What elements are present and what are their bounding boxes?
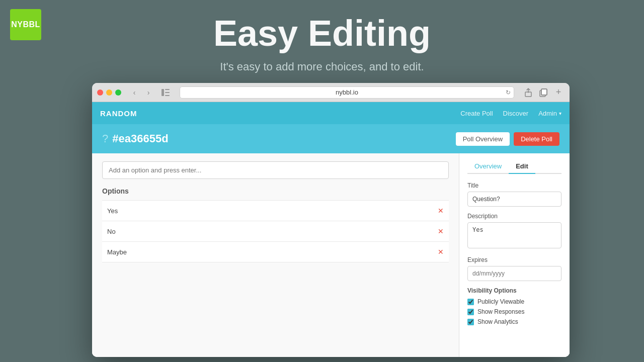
- option-item: Yes ✕: [102, 200, 449, 221]
- svg-rect-0: [162, 89, 164, 96]
- poll-header: ? #ea36655d Poll Overview Delete Poll: [92, 124, 570, 153]
- traffic-light-red[interactable]: [97, 89, 103, 96]
- forward-button[interactable]: ›: [142, 86, 154, 99]
- browser-nav: ‹ ›: [128, 86, 154, 99]
- visibility-label: Visibility Options: [467, 287, 561, 294]
- description-textarea[interactable]: Yes: [467, 222, 561, 248]
- back-button[interactable]: ‹: [128, 86, 140, 99]
- options-label: Options: [102, 187, 449, 195]
- poll-actions: Poll Overview Delete Poll: [456, 132, 559, 146]
- checkbox-show-analytics: Show Analytics: [467, 318, 561, 325]
- svg-rect-3: [165, 95, 170, 96]
- left-panel: Options Yes ✕ No ✕ Maybe ✕: [92, 153, 459, 357]
- nav-brand: RANDOM: [100, 109, 137, 118]
- checkbox-show-responses: Show Responses: [467, 308, 561, 315]
- title-input[interactable]: [467, 192, 561, 207]
- option-item: No ✕: [102, 221, 449, 242]
- option-text-yes: Yes: [107, 207, 118, 215]
- title-label: Title: [467, 182, 561, 189]
- share-icon[interactable]: [522, 86, 534, 99]
- hero-title: Easy Editing: [0, 13, 644, 54]
- svg-rect-2: [165, 92, 170, 93]
- option-delete-maybe[interactable]: ✕: [438, 248, 444, 256]
- option-delete-yes[interactable]: ✕: [438, 207, 444, 215]
- svg-rect-1: [165, 89, 170, 90]
- poll-id: #ea36655d: [112, 132, 168, 145]
- admin-chevron-icon: ▾: [559, 111, 561, 116]
- option-item: Maybe ✕: [102, 242, 449, 262]
- nav-create-poll[interactable]: Create Poll: [460, 110, 493, 117]
- browser-actions: +: [522, 86, 565, 99]
- checkbox-publicly-viewable: Publicly Viewable: [467, 298, 561, 305]
- publicly-viewable-checkbox[interactable]: [467, 299, 474, 305]
- description-label: Description: [467, 213, 561, 220]
- address-bar[interactable]: nybbl.io ↻: [180, 86, 514, 99]
- add-option-input[interactable]: [102, 161, 449, 179]
- app-body: Options Yes ✕ No ✕ Maybe ✕: [92, 153, 570, 357]
- nav-discover[interactable]: Discover: [503, 110, 529, 117]
- delete-poll-button[interactable]: Delete Poll: [514, 132, 559, 146]
- hero-subtitle: It's easy to add more choices, and to ed…: [0, 60, 644, 73]
- tab-edit[interactable]: Edit: [509, 159, 535, 174]
- tab-overview[interactable]: Overview: [467, 159, 509, 174]
- option-delete-no[interactable]: ✕: [438, 227, 444, 235]
- browser-chrome: ‹ › nybbl.io ↻: [92, 83, 570, 102]
- new-tab-button[interactable]: +: [552, 86, 565, 99]
- expires-label: Expires: [467, 256, 561, 263]
- nav-admin[interactable]: Admin ▾: [538, 110, 561, 117]
- traffic-light-yellow[interactable]: [106, 89, 112, 96]
- show-responses-label: Show Responses: [477, 308, 524, 315]
- show-analytics-checkbox[interactable]: [467, 319, 474, 325]
- poll-overview-button[interactable]: Poll Overview: [456, 132, 510, 146]
- right-panel: Overview Edit Title Description Yes Expi…: [459, 153, 570, 357]
- nav-links: Create Poll Discover Admin ▾: [460, 110, 561, 117]
- poll-question-icon: ?: [102, 132, 108, 145]
- sidebar-toggle-button[interactable]: [159, 86, 172, 99]
- app-content: RANDOM Create Poll Discover Admin ▾ ? #e…: [92, 102, 570, 357]
- duplicate-icon[interactable]: [537, 86, 549, 99]
- traffic-light-green[interactable]: [115, 89, 121, 96]
- option-text-maybe: Maybe: [107, 248, 127, 256]
- app-nav: RANDOM Create Poll Discover Admin ▾: [92, 102, 570, 124]
- publicly-viewable-label: Publicly Viewable: [477, 298, 524, 305]
- option-text-no: No: [107, 228, 116, 235]
- show-analytics-label: Show Analytics: [477, 318, 518, 325]
- browser-window: ‹ › nybbl.io ↻: [92, 83, 570, 357]
- tabs: Overview Edit: [467, 159, 561, 174]
- refresh-icon[interactable]: ↻: [506, 89, 511, 96]
- svg-rect-6: [541, 89, 547, 95]
- options-list: Yes ✕ No ✕ Maybe ✕: [102, 200, 449, 262]
- expires-input[interactable]: [467, 266, 561, 281]
- url-text: nybbl.io: [336, 88, 358, 96]
- show-responses-checkbox[interactable]: [467, 309, 474, 315]
